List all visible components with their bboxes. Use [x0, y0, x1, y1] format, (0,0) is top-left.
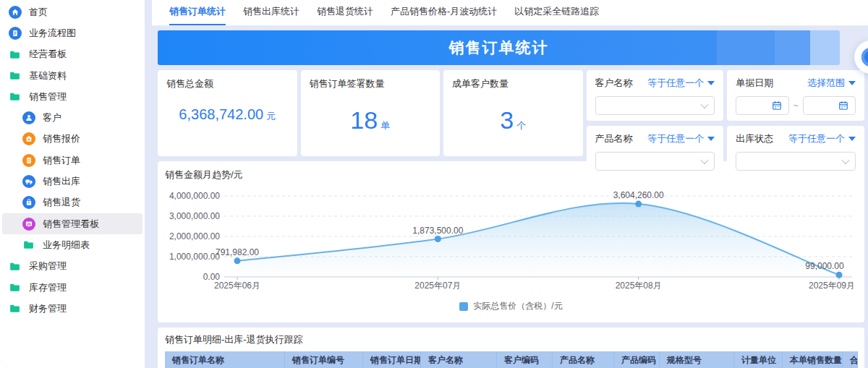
- svg-text:4,000,000.00: 4,000,000.00: [169, 191, 220, 201]
- sidebar-item-财务管理[interactable]: 财务管理: [2, 298, 142, 319]
- chart-legend[interactable]: 实际总售价（含税）/元: [165, 300, 857, 312]
- sidebar-item-业务明细表[interactable]: 业务明细表: [2, 234, 142, 255]
- sidebar-item-经营看板[interactable]: 经营看板: [2, 44, 142, 65]
- tab-以销定采全链路追踪[interactable]: 以销定采全链路追踪: [514, 0, 599, 25]
- return-icon: [22, 196, 35, 209]
- caret-down-icon: [707, 137, 715, 141]
- column-header-产品名称: 产品名称: [553, 351, 614, 368]
- folder-icon: [9, 260, 22, 273]
- order-tracking-table-card: 销售订单明细-出库-退货执行跟踪 销售订单名称销售订单编号销售订单日期客户名称客…: [158, 328, 864, 368]
- filter-label: 单据日期: [736, 77, 773, 90]
- tab-销售出库统计[interactable]: 销售出库统计: [243, 0, 299, 25]
- sidebar-item-label: 采购管理: [29, 260, 67, 273]
- sidebar-item-销售出库[interactable]: 销售出库: [2, 171, 142, 192]
- trend-area-chart: 0.001,000,000.002,000,000.003,000,000.00…: [165, 183, 864, 293]
- sidebar-item-基础资料[interactable]: 基础资料: [2, 65, 142, 86]
- sidebar-item-label: 基础资料: [29, 69, 67, 82]
- sidebar-item-label: 销售管理看板: [43, 218, 99, 231]
- sidebar-item-label: 经营看板: [29, 48, 67, 61]
- sidebar-item-首页[interactable]: 首页: [2, 1, 142, 22]
- folder-icon: [9, 281, 22, 294]
- svg-text:1,873,500.00: 1,873,500.00: [412, 226, 463, 236]
- filter-label: 客户名称: [595, 77, 633, 90]
- stat-card-销售订单签署数量: 销售订单签署数量18单: [301, 70, 441, 156]
- assistant-fab-button[interactable]: [854, 40, 868, 74]
- filter-operator-dropdown[interactable]: 等于任意一个: [647, 132, 715, 145]
- svg-text:2,000,000.00: 2,000,000.00: [169, 231, 220, 241]
- sidebar-item-销售订单[interactable]: 销售订单: [2, 150, 142, 171]
- column-header-计量单位: 计量单位: [734, 351, 783, 368]
- column-header-销售订单编号: 销售订单编号: [285, 351, 363, 368]
- sidebar-item-label: 销售报价: [43, 132, 80, 145]
- column-header-销售订单日期: 销售订单日期: [363, 351, 421, 368]
- main-panel: 销售订单统计销售出库统计销售退货统计产品销售价格-月波动统计以销定采全链路追踪 …: [152, 0, 868, 368]
- filter-operator-dropdown[interactable]: 等于任意一个: [647, 77, 715, 90]
- outbound-truck-icon: [22, 175, 35, 188]
- sidebar-item-label: 销售退货: [43, 196, 80, 209]
- tab-bar: 销售订单统计销售出库统计销售退货统计产品销售价格-月波动统计以销定采全链路追踪: [152, 0, 868, 26]
- filter-select-客户名称[interactable]: [595, 96, 715, 115]
- column-header-规格型号: 规格型号: [660, 351, 734, 368]
- svg-text:3,604,260.00: 3,604,260.00: [613, 190, 664, 200]
- tab-销售退货统计[interactable]: 销售退货统计: [317, 0, 373, 25]
- date-start-input[interactable]: [736, 96, 788, 115]
- filter-grid: 客户名称等于任意一个单据日期选择范围~产品名称等于任意一个出库状态等于任意一个: [587, 70, 865, 156]
- column-header-销售订单名称: 销售订单名称: [165, 351, 285, 368]
- folder-icon: [22, 239, 35, 252]
- table-header-row: 销售订单名称销售订单编号销售订单日期客户名称客户编码产品名称产品编码规格型号计量…: [165, 351, 857, 368]
- sidebar-item-采购管理[interactable]: 采购管理: [2, 256, 142, 277]
- sidebar-item-label: 客户: [43, 111, 61, 124]
- sidebar-item-销售管理看板[interactable]: 销售管理看板: [2, 213, 142, 234]
- content-area: 销售订单统计 销售总金额6,368,742.00元销售订单签署数量18单成单客户…: [152, 26, 868, 368]
- sidebar-item-销售报价[interactable]: 销售报价: [2, 129, 142, 150]
- stat-value: 3个: [452, 106, 574, 134]
- legend-swatch-icon: [459, 302, 468, 311]
- sidebar-item-库存管理[interactable]: 库存管理: [2, 277, 142, 298]
- sidebar-item-业务流程图[interactable]: 业务流程图: [2, 22, 142, 43]
- legend-label: 实际总售价（含税）/元: [473, 300, 562, 312]
- caret-down-icon: [848, 137, 856, 141]
- filter-label: 产品名称: [595, 132, 633, 145]
- order-icon: [22, 154, 35, 167]
- column-header-本单销售数量: 本单销售数量: [783, 351, 843, 368]
- svg-text:2025年07月: 2025年07月: [414, 281, 461, 291]
- caret-down-icon: [848, 81, 856, 85]
- sidebar-item-label: 财务管理: [29, 302, 67, 315]
- filter-card-单据日期: 单据日期选择范围~: [727, 70, 864, 121]
- svg-text:99,000.00: 99,000.00: [805, 261, 844, 271]
- calendar-icon: [772, 100, 782, 111]
- sidebar-menu: 首页业务流程图经营看板基础资料销售管理客户销售报价销售订单销售出库销售退货销售管…: [0, 1, 145, 319]
- svg-text:2025年08月: 2025年08月: [616, 281, 662, 291]
- home-icon: [9, 6, 22, 19]
- sidebar-item-label: 业务明细表: [43, 239, 90, 252]
- tab-销售订单统计[interactable]: 销售订单统计: [169, 0, 226, 25]
- stat-label: 销售总金额: [166, 77, 289, 90]
- trend-chart-card: 销售金额月趋势/元 0.001,000,000.002,000,000.003,…: [158, 161, 864, 322]
- tab-产品销售价格-月波动统计[interactable]: 产品销售价格-月波动统计: [391, 0, 497, 25]
- date-end-input[interactable]: [803, 96, 856, 115]
- filter-operator-dropdown[interactable]: 等于任意一个: [788, 132, 856, 145]
- sidebar-item-label: 销售订单: [43, 154, 80, 167]
- sidebar-item-销售退货[interactable]: 销售退货: [2, 192, 142, 213]
- filter-label: 出库状态: [736, 132, 773, 145]
- svg-text:2025年09月: 2025年09月: [809, 281, 855, 291]
- folder-icon: [9, 90, 22, 103]
- filter-select-出库状态[interactable]: [736, 152, 856, 171]
- filter-select-产品名称[interactable]: [595, 152, 715, 171]
- stat-card-销售总金额: 销售总金额6,368,742.00元: [158, 70, 297, 156]
- column-header-合: 合: [843, 351, 858, 368]
- sidebar-item-label: 业务流程图: [29, 27, 76, 40]
- filter-operator-dropdown[interactable]: 选择范围: [807, 77, 856, 90]
- sidebar-item-客户[interactable]: 客户: [2, 107, 142, 128]
- stat-value: 18单: [310, 106, 432, 134]
- stat-card-成单客户数量: 成单客户数量3个: [443, 70, 583, 156]
- folder-icon: [9, 302, 22, 315]
- stats-row: 销售总金额6,368,742.00元销售订单签署数量18单成单客户数量3个 客户…: [158, 70, 864, 156]
- column-header-客户编码: 客户编码: [497, 351, 553, 368]
- svg-text:3,000,000.00: 3,000,000.00: [169, 211, 220, 221]
- column-header-客户名称: 客户名称: [421, 351, 497, 368]
- sidebar-item-label: 销售出库: [43, 175, 80, 188]
- chevron-down-icon: [701, 156, 709, 164]
- calendar-icon: [838, 100, 848, 111]
- sidebar-item-销售管理[interactable]: 销售管理: [2, 86, 142, 107]
